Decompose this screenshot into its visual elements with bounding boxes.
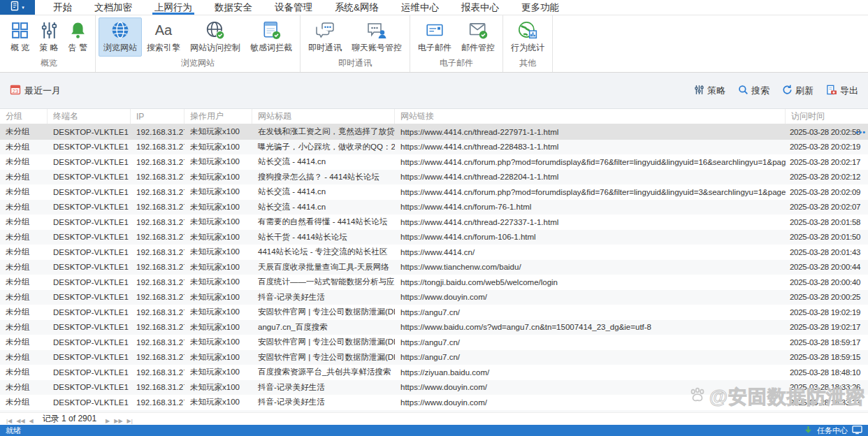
- email-icon: [425, 20, 444, 41]
- cell-ip: 192.168.31.27: [131, 203, 185, 211]
- table-row[interactable]: 未分组DESKTOP-VLKTLE1192.168.31.27未知玩家x100百…: [0, 275, 868, 290]
- table-row[interactable]: 未分组DESKTOP-VLKTLE1192.168.31.27未知玩家x100未…: [0, 410, 868, 413]
- table-row[interactable]: 未分组DESKTOP-VLKTLE1192.168.31.27未知玩家x100站…: [0, 230, 868, 245]
- column-header-ip[interactable]: IP: [131, 109, 185, 124]
- column-header-url[interactable]: 网站链接: [395, 109, 786, 124]
- cell-title: 曝光骗子，小心踩坑，做收录的QQ：28462...: [252, 142, 395, 152]
- cell-user: 未知玩家x100: [185, 157, 252, 167]
- cell-time: 2025-03-28 20:00:44: [786, 263, 868, 271]
- table-row[interactable]: 未分组DESKTOP-VLKTLE1192.168.31.27未知玩家x100有…: [0, 215, 868, 230]
- tab-ops-center[interactable]: 运维中心: [390, 0, 450, 15]
- cell-user: 未知玩家x100: [185, 307, 252, 317]
- ribbon-button-instant-message[interactable]: 即时通讯: [303, 17, 347, 57]
- ribbon-button-label: 邮件管控: [461, 42, 495, 54]
- chevron-down-icon: ▾: [22, 5, 24, 10]
- table-row[interactable]: 未分组DESKTOP-VLKTLE1192.168.31.27未知玩家x100抖…: [0, 380, 868, 395]
- ribbon-button-email[interactable]: 电子邮件: [413, 17, 456, 57]
- cell-group: 未分组: [0, 157, 48, 167]
- policy-button[interactable]: 策略: [694, 85, 725, 97]
- ribbon-button-browse-website[interactable]: 浏览网站: [99, 17, 142, 57]
- export-icon: [826, 85, 837, 97]
- ribbon-button-behavior-stats[interactable]: 行为统计: [506, 17, 549, 57]
- ribbon-button-chat-account-control[interactable]: 聊天账号管控: [347, 17, 407, 57]
- ribbon-button-site-access-control[interactable]: 网站访问控制: [185, 17, 245, 57]
- cell-ip: 192.168.31.27: [131, 293, 185, 301]
- tab-system-network[interactable]: 系统&网络: [324, 0, 390, 15]
- table-row[interactable]: 未分组DESKTOP-VLKTLE1192.168.31.27未知玩家x100天…: [0, 260, 868, 275]
- cell-url: https://tongji.baidu.com/web5/welcome/lo…: [395, 278, 786, 286]
- column-header-user[interactable]: 操作用户: [185, 109, 252, 124]
- tab-report-center[interactable]: 报表中心: [450, 0, 510, 15]
- pager-last-button[interactable]: ▶|: [125, 418, 135, 424]
- cell-url: https://www.4414.cn/thread-228483-1-1.ht…: [395, 143, 786, 151]
- table-row[interactable]: 未分组DESKTOP-VLKTLE1192.168.31.27未知玩家x100安…: [0, 305, 868, 320]
- pager-first-button[interactable]: |◀: [4, 418, 14, 424]
- cell-group: 未分组: [0, 126, 48, 137]
- table-row[interactable]: 未分组DESKTOP-VLKTLE1192.168.31.27未知玩家x100站…: [0, 184, 868, 200]
- cell-url: https://www.4414.cn/thread-227971-1-1.ht…: [395, 128, 786, 136]
- cell-title: 安固软件官网 | 专注公司数据防泄漏(DLP)，...: [252, 352, 395, 363]
- tab-doc-encrypt[interactable]: 文档加密: [83, 0, 143, 15]
- ribbon-button-email-control[interactable]: 邮件管控: [456, 17, 500, 57]
- column-header-group[interactable]: 分组: [0, 109, 48, 124]
- table-row[interactable]: 未分组DESKTOP-VLKTLE1192.168.31.27未知玩家x100在…: [0, 124, 868, 140]
- cell-time: 2025-03-28 20:02:17: [786, 158, 868, 166]
- cell-terminal: DESKTOP-VLKTLE1: [48, 218, 131, 226]
- table-row[interactable]: 未分组DESKTOP-VLKTLE1192.168.31.27未知玩家x100a…: [0, 320, 868, 335]
- cell-time: 2025-03-28 20:01:50: [786, 233, 868, 241]
- table-row[interactable]: 未分组DESKTOP-VLKTLE1192.168.31.27未知玩家x100曝…: [0, 140, 868, 155]
- ribbon-button-label: 策 略: [39, 42, 58, 54]
- cell-group: 未分组: [0, 397, 48, 407]
- tab-data-security[interactable]: 数据安全: [203, 0, 263, 15]
- ribbon-button-keyword-block[interactable]: 敏感词拦截: [245, 17, 297, 57]
- cell-title: 百度搜索资源平台_共创共享鲜活搜索: [252, 367, 395, 377]
- tab-device-mgmt[interactable]: 设备管理: [263, 0, 324, 15]
- column-header-time[interactable]: 访问时间: [786, 109, 868, 124]
- ribbon-button-overview[interactable]: 概 览: [6, 17, 34, 57]
- table-row[interactable]: 未分组DESKTOP-VLKTLE1192.168.31.27未知玩家x1004…: [0, 245, 868, 260]
- cell-ip: 192.168.31.27: [131, 263, 185, 271]
- cell-group: 未分组: [0, 232, 48, 242]
- export-button[interactable]: 导出: [826, 85, 858, 97]
- table-row[interactable]: 未分组DESKTOP-VLKTLE1192.168.31.27未知玩家x100抖…: [0, 395, 868, 410]
- table-row[interactable]: 未分组DESKTOP-VLKTLE1192.168.31.27未知玩家x100站…: [0, 200, 868, 215]
- table-row[interactable]: 未分组DESKTOP-VLKTLE1192.168.31.27未知玩家x100搜…: [0, 170, 868, 185]
- table-row[interactable]: 未分组DESKTOP-VLKTLE1192.168.31.27未知玩家x100安…: [0, 350, 868, 365]
- cell-time: 2025-03-28 19:02:17: [786, 323, 868, 331]
- tab-more-features[interactable]: 更多功能: [510, 0, 570, 15]
- tab-start[interactable]: 开始: [42, 0, 83, 15]
- cell-time: 2025-03-28 20:00:40: [786, 278, 868, 286]
- row-actions-icon[interactable]: •••: [855, 128, 866, 136]
- cell-ip: 192.168.31.27: [131, 383, 185, 391]
- app-menu-button[interactable]: ▾: [0, 0, 35, 15]
- tab-internet-behavior[interactable]: 上网行为: [143, 0, 203, 15]
- column-header-title[interactable]: 网站标题: [252, 109, 395, 124]
- task-center-button[interactable]: 任务中心: [817, 426, 848, 436]
- cell-title: 站长交流 - 4414.cn: [252, 202, 395, 212]
- pager-fast-next-button[interactable]: ▶▶: [112, 418, 124, 424]
- behavior-stats-icon: [518, 20, 537, 41]
- cell-ip: 192.168.31.27: [131, 173, 185, 181]
- cell-terminal: DESKTOP-VLKTLE1: [48, 143, 131, 151]
- ribbon-button-search-engine[interactable]: Aa搜索引擎: [142, 17, 185, 57]
- date-range-filter[interactable]: 23 最近一月: [10, 84, 61, 97]
- table-row[interactable]: 未分组DESKTOP-VLKTLE1192.168.31.27未知玩家x100站…: [0, 154, 868, 170]
- pager-fast-prev-button[interactable]: ◀◀: [14, 418, 27, 424]
- ribbon-button-policy[interactable]: 策 略: [34, 17, 63, 57]
- table-row[interactable]: 未分组DESKTOP-VLKTLE1192.168.31.27未知玩家x100安…: [0, 335, 868, 350]
- cell-user: 未知玩家x100: [185, 232, 252, 242]
- column-header-terminal[interactable]: 终端名: [48, 109, 131, 124]
- cell-terminal: DESKTOP-VLKTLE1: [48, 128, 131, 136]
- ribbon-button-alert[interactable]: 告 警: [64, 17, 92, 57]
- pager-prev-button[interactable]: ◀: [27, 418, 36, 424]
- table-row[interactable]: 未分组DESKTOP-VLKTLE1192.168.31.27未知玩家x100百…: [0, 365, 868, 380]
- cell-group: 未分组: [0, 262, 48, 272]
- cell-terminal: DESKTOP-VLKTLE1: [48, 353, 131, 361]
- pager-next-button[interactable]: ▶: [103, 418, 112, 424]
- table-row[interactable]: 未分组DESKTOP-VLKTLE1192.168.31.27未知玩家x100抖…: [0, 290, 868, 305]
- search-button[interactable]: 搜索: [738, 85, 769, 97]
- refresh-button[interactable]: 刷新: [782, 85, 813, 97]
- search-engine-icon: Aa: [153, 20, 174, 41]
- record-count-label: 记录 1 of 2901: [43, 413, 96, 425]
- monitor-icon[interactable]: [852, 426, 862, 436]
